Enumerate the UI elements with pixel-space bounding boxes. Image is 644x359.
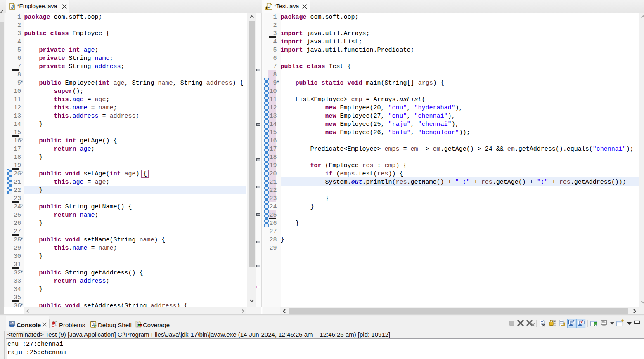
svg-text:J: J: [268, 4, 271, 9]
svg-text:J: J: [11, 4, 14, 10]
svg-text:J: J: [92, 322, 95, 327]
